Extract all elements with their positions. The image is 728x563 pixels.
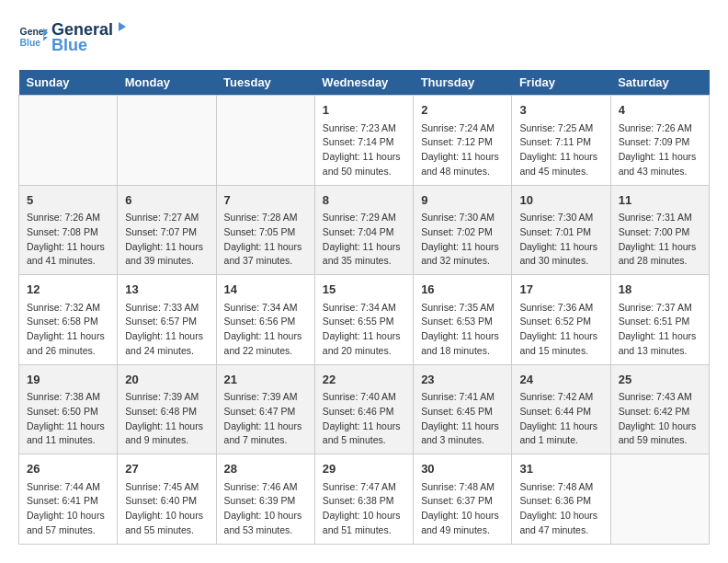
day-info: Sunrise: 7:44 AM Sunset: 6:41 PM Dayligh… bbox=[27, 480, 109, 538]
day-info: Sunrise: 7:24 AM Sunset: 7:12 PM Dayligh… bbox=[421, 121, 504, 179]
calendar-cell: 2Sunrise: 7:24 AM Sunset: 7:12 PM Daylig… bbox=[414, 96, 512, 186]
day-number: 17 bbox=[519, 281, 602, 299]
calendar-cell: 17Sunrise: 7:36 AM Sunset: 6:52 PM Dayli… bbox=[512, 275, 610, 365]
day-info: Sunrise: 7:37 AM Sunset: 6:51 PM Dayligh… bbox=[619, 301, 701, 359]
calendar-week-row: 19Sunrise: 7:38 AM Sunset: 6:50 PM Dayli… bbox=[19, 364, 710, 454]
calendar-cell: 23Sunrise: 7:41 AM Sunset: 6:45 PM Dayli… bbox=[414, 364, 512, 454]
day-header: Sunday bbox=[19, 70, 118, 96]
calendar-cell bbox=[118, 96, 216, 186]
day-info: Sunrise: 7:30 AM Sunset: 7:02 PM Dayligh… bbox=[421, 211, 504, 269]
day-number: 6 bbox=[125, 191, 208, 210]
page-header: General Blue General Blue bbox=[18, 18, 710, 55]
calendar-cell: 28Sunrise: 7:46 AM Sunset: 6:39 PM Dayli… bbox=[216, 454, 314, 545]
calendar-cell: 25Sunrise: 7:43 AM Sunset: 6:42 PM Dayli… bbox=[610, 364, 709, 454]
calendar-week-row: 12Sunrise: 7:32 AM Sunset: 6:58 PM Dayli… bbox=[19, 275, 710, 365]
day-info: Sunrise: 7:29 AM Sunset: 7:04 PM Dayligh… bbox=[323, 211, 405, 269]
calendar-cell: 11Sunrise: 7:31 AM Sunset: 7:00 PM Dayli… bbox=[610, 185, 709, 275]
calendar-header-row: SundayMondayTuesdayWednesdayThursdayFrid… bbox=[19, 70, 710, 96]
calendar-cell: 6Sunrise: 7:27 AM Sunset: 7:07 PM Daylig… bbox=[118, 185, 216, 275]
calendar-table: SundayMondayTuesdayWednesdayThursdayFrid… bbox=[18, 70, 710, 545]
day-info: Sunrise: 7:43 AM Sunset: 6:42 PM Dayligh… bbox=[619, 390, 701, 448]
calendar-cell: 1Sunrise: 7:23 AM Sunset: 7:14 PM Daylig… bbox=[314, 96, 413, 186]
day-info: Sunrise: 7:26 AM Sunset: 7:08 PM Dayligh… bbox=[27, 211, 109, 269]
day-number: 27 bbox=[125, 460, 208, 478]
calendar-cell: 18Sunrise: 7:37 AM Sunset: 6:51 PM Dayli… bbox=[610, 275, 709, 365]
svg-text:Blue: Blue bbox=[20, 38, 41, 48]
day-info: Sunrise: 7:41 AM Sunset: 6:45 PM Dayligh… bbox=[421, 390, 504, 448]
day-number: 25 bbox=[619, 371, 701, 389]
day-info: Sunrise: 7:48 AM Sunset: 6:36 PM Dayligh… bbox=[519, 480, 602, 538]
day-number: 28 bbox=[224, 460, 307, 478]
logo: General Blue General Blue bbox=[18, 18, 130, 55]
calendar-cell: 9Sunrise: 7:30 AM Sunset: 7:02 PM Daylig… bbox=[414, 185, 512, 275]
day-info: Sunrise: 7:36 AM Sunset: 6:52 PM Dayligh… bbox=[519, 301, 602, 359]
calendar-cell bbox=[216, 96, 314, 186]
day-info: Sunrise: 7:40 AM Sunset: 6:46 PM Dayligh… bbox=[323, 390, 405, 448]
calendar-cell: 8Sunrise: 7:29 AM Sunset: 7:04 PM Daylig… bbox=[314, 185, 413, 275]
day-number: 30 bbox=[421, 460, 504, 478]
svg-marker-3 bbox=[119, 22, 126, 31]
calendar-cell bbox=[610, 454, 709, 545]
day-info: Sunrise: 7:39 AM Sunset: 6:48 PM Dayligh… bbox=[125, 390, 208, 448]
day-header: Saturday bbox=[610, 70, 709, 96]
calendar-cell: 27Sunrise: 7:45 AM Sunset: 6:40 PM Dayli… bbox=[118, 454, 216, 545]
day-info: Sunrise: 7:38 AM Sunset: 6:50 PM Dayligh… bbox=[27, 390, 109, 448]
day-number: 10 bbox=[519, 191, 602, 210]
day-number: 23 bbox=[421, 371, 504, 389]
calendar-week-row: 1Sunrise: 7:23 AM Sunset: 7:14 PM Daylig… bbox=[19, 96, 710, 186]
calendar-cell: 26Sunrise: 7:44 AM Sunset: 6:41 PM Dayli… bbox=[19, 454, 118, 545]
day-number: 15 bbox=[323, 281, 405, 299]
day-info: Sunrise: 7:30 AM Sunset: 7:01 PM Dayligh… bbox=[519, 211, 602, 269]
calendar-cell: 13Sunrise: 7:33 AM Sunset: 6:57 PM Dayli… bbox=[118, 275, 216, 365]
day-info: Sunrise: 7:35 AM Sunset: 6:53 PM Dayligh… bbox=[421, 301, 504, 359]
day-number: 11 bbox=[619, 191, 701, 210]
calendar-cell: 15Sunrise: 7:34 AM Sunset: 6:55 PM Dayli… bbox=[314, 275, 413, 365]
calendar-week-row: 5Sunrise: 7:26 AM Sunset: 7:08 PM Daylig… bbox=[19, 185, 710, 275]
calendar-week-row: 26Sunrise: 7:44 AM Sunset: 6:41 PM Dayli… bbox=[19, 454, 710, 545]
day-number: 5 bbox=[27, 191, 109, 210]
calendar-cell: 16Sunrise: 7:35 AM Sunset: 6:53 PM Dayli… bbox=[414, 275, 512, 365]
day-info: Sunrise: 7:23 AM Sunset: 7:14 PM Dayligh… bbox=[323, 121, 405, 179]
day-number: 18 bbox=[619, 281, 701, 299]
calendar-body: 1Sunrise: 7:23 AM Sunset: 7:14 PM Daylig… bbox=[19, 96, 710, 545]
day-info: Sunrise: 7:27 AM Sunset: 7:07 PM Dayligh… bbox=[125, 211, 208, 269]
day-number: 31 bbox=[519, 460, 602, 478]
calendar-cell: 21Sunrise: 7:39 AM Sunset: 6:47 PM Dayli… bbox=[216, 364, 314, 454]
day-info: Sunrise: 7:46 AM Sunset: 6:39 PM Dayligh… bbox=[224, 480, 307, 538]
day-number: 8 bbox=[323, 191, 405, 210]
day-number: 20 bbox=[125, 371, 208, 389]
calendar-cell: 14Sunrise: 7:34 AM Sunset: 6:56 PM Dayli… bbox=[216, 275, 314, 365]
day-header: Monday bbox=[118, 70, 216, 96]
day-info: Sunrise: 7:31 AM Sunset: 7:00 PM Dayligh… bbox=[619, 211, 701, 269]
day-number: 4 bbox=[619, 101, 701, 120]
day-number: 9 bbox=[421, 191, 504, 210]
logo-arrow-icon bbox=[113, 18, 130, 35]
day-info: Sunrise: 7:34 AM Sunset: 6:55 PM Dayligh… bbox=[323, 301, 405, 359]
logo-icon: General Blue bbox=[18, 22, 48, 52]
day-info: Sunrise: 7:33 AM Sunset: 6:57 PM Dayligh… bbox=[125, 301, 208, 359]
day-header: Friday bbox=[512, 70, 610, 96]
calendar-cell: 24Sunrise: 7:42 AM Sunset: 6:44 PM Dayli… bbox=[512, 364, 610, 454]
day-info: Sunrise: 7:32 AM Sunset: 6:58 PM Dayligh… bbox=[27, 301, 109, 359]
calendar-cell: 31Sunrise: 7:48 AM Sunset: 6:36 PM Dayli… bbox=[512, 454, 610, 545]
day-info: Sunrise: 7:42 AM Sunset: 6:44 PM Dayligh… bbox=[519, 390, 602, 448]
day-number: 1 bbox=[323, 101, 405, 120]
day-header: Thursday bbox=[414, 70, 512, 96]
calendar-cell: 22Sunrise: 7:40 AM Sunset: 6:46 PM Dayli… bbox=[314, 364, 413, 454]
day-number: 7 bbox=[224, 191, 307, 210]
calendar-cell: 12Sunrise: 7:32 AM Sunset: 6:58 PM Dayli… bbox=[19, 275, 118, 365]
day-number: 21 bbox=[224, 371, 307, 389]
day-info: Sunrise: 7:45 AM Sunset: 6:40 PM Dayligh… bbox=[125, 480, 208, 538]
day-number: 22 bbox=[323, 371, 405, 389]
day-header: Wednesday bbox=[314, 70, 413, 96]
calendar-cell bbox=[19, 96, 118, 186]
day-info: Sunrise: 7:39 AM Sunset: 6:47 PM Dayligh… bbox=[224, 390, 307, 448]
day-number: 13 bbox=[125, 281, 208, 299]
calendar-cell: 4Sunrise: 7:26 AM Sunset: 7:09 PM Daylig… bbox=[610, 96, 709, 186]
calendar-cell: 19Sunrise: 7:38 AM Sunset: 6:50 PM Dayli… bbox=[19, 364, 118, 454]
day-number: 12 bbox=[27, 281, 109, 299]
calendar-cell: 5Sunrise: 7:26 AM Sunset: 7:08 PM Daylig… bbox=[19, 185, 118, 275]
day-number: 3 bbox=[519, 101, 602, 120]
day-info: Sunrise: 7:28 AM Sunset: 7:05 PM Dayligh… bbox=[224, 211, 307, 269]
day-number: 16 bbox=[421, 281, 504, 299]
